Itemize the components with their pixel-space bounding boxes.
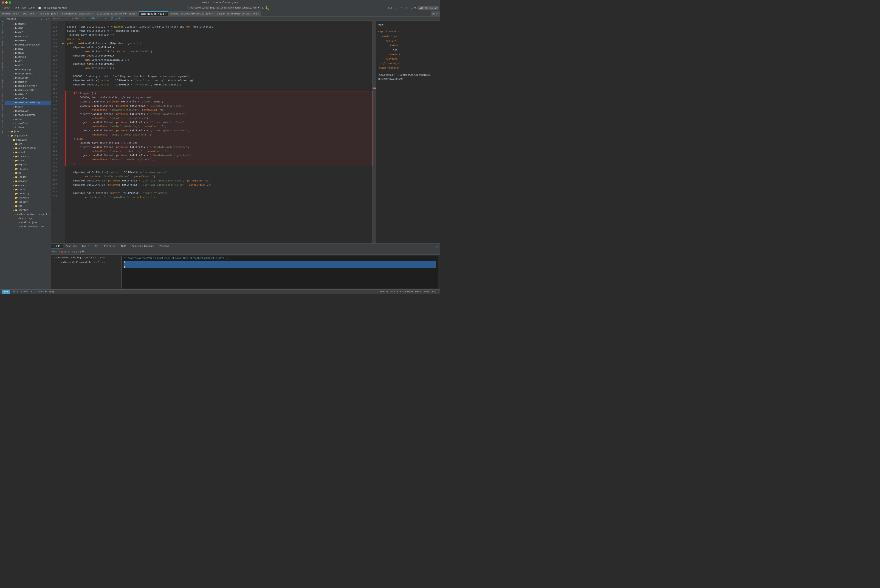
tree-item[interactable]: ☕TestBB <box>5 26 51 30</box>
toolbar-tomcat[interactable]: tomcat <box>1 6 12 10</box>
minimize-button[interactable] <box>5 2 7 4</box>
tree-item[interactable]: ☕TestLastIndex <box>5 72 51 76</box>
tree-item[interactable]: ☕Bootstrap <box>5 216 51 220</box>
tree-item[interactable]: ☕TestIC <box>5 63 51 68</box>
tree-item[interactable]: ☕TestOutputBuffer <box>5 84 51 88</box>
project-expand-icon[interactable]: ▤ <box>46 18 47 21</box>
tree-item[interactable]: ☕TestLanguage <box>5 68 51 72</box>
run-grid-btn[interactable]: ⊞ <box>80 250 81 254</box>
run-button[interactable]: ▶ <box>262 6 264 10</box>
tree-item[interactable]: ☕TestDerivedPackage <box>5 43 51 47</box>
tree-item[interactable]: ▸📂realm <box>5 188 51 192</box>
tree-item[interactable]: ▸📂connector <box>5 154 51 159</box>
status-debug[interactable]: Debug <box>415 291 422 293</box>
run-tab-todo[interactable]: TODO <box>118 244 129 249</box>
tree-item[interactable]: ▾📂startup <box>5 208 51 212</box>
tree-item[interactable]: ☕ZipTest <box>5 125 51 129</box>
run-up-btn[interactable]: ↑ <box>74 250 75 254</box>
project-settings-icon[interactable]: ⚙ <box>41 18 42 21</box>
notifications[interactable]: ▲19 ✗3 ⚠18 ▲4 <box>418 6 439 10</box>
status-run-label[interactable]: Run <box>2 290 10 294</box>
run-stop-btn[interactable]: ⏹ <box>61 250 64 254</box>
tree-item[interactable]: ☕TestEl3 <box>5 51 51 55</box>
tree-item[interactable]: ☕TestEl <box>5 47 51 51</box>
tree-item[interactable]: ▸📂manager <box>5 179 51 183</box>
run-list-btn[interactable]: ≡ <box>78 250 79 254</box>
tab-expectexception-close[interactable]: × <box>91 13 93 15</box>
tree-item[interactable]: ☕TestStandardHost <box>5 88 51 92</box>
run-play-btn[interactable]: ▶ <box>59 250 60 254</box>
run-panel-settings[interactable]: ⚙ <box>435 246 440 249</box>
run-tab-problems[interactable]: Problems <box>63 244 79 249</box>
tree-item[interactable]: ▸📂ant <box>5 142 51 146</box>
run-tab-git[interactable]: Git <box>92 244 102 249</box>
activity-iol[interactable]: IOL <box>1 130 4 135</box>
run-filter-btn[interactable]: ≡ <box>72 250 73 254</box>
tree-item[interactable]: ▸📂loader <box>5 175 51 179</box>
tab-webruleset[interactable]: WebRuleSet.java × <box>139 11 168 16</box>
tree-item[interactable]: ☕TestDate <box>5 39 51 43</box>
tab-webruleset-close[interactable]: × <box>165 13 166 15</box>
tree-item[interactable]: ☕Value <box>5 117 51 121</box>
run-tab-sequence[interactable]: Sequence Diagram <box>129 244 157 249</box>
tree-item[interactable]: ▸📂servlets <box>5 196 51 200</box>
tab-hashset-close[interactable]: × <box>57 13 58 15</box>
tree-item[interactable]: ☕TestLefcle <box>5 76 51 80</box>
tab-hashset[interactable]: HashSet.java × <box>38 11 60 16</box>
tree-item[interactable]: ▸📂javax <box>5 129 51 134</box>
tree-item[interactable]: ☕Authenticators.properties <box>5 212 51 216</box>
run-tab-profiler[interactable]: Profiler <box>102 244 118 249</box>
tree-item[interactable]: ☕ThirdValue <box>5 109 51 113</box>
status-event-log[interactable]: Event Log <box>424 291 436 293</box>
activity-codota[interactable]: Codota <box>1 103 4 112</box>
toolbar-classname[interactable]: 📄 TestWebXmlOrdering <box>37 6 68 10</box>
activity-json-parser[interactable]: Json Parser <box>1 78 4 92</box>
close-button[interactable] <box>2 2 4 4</box>
tree-item[interactable]: ☕TestI <box>5 59 51 63</box>
run-tab-run[interactable]: ▶ Run <box>51 244 63 249</box>
activity-project[interactable]: Project <box>1 18 4 27</box>
tab-set-close[interactable]: × <box>34 13 36 15</box>
tree-item[interactable]: ▸📂comet <box>5 150 51 154</box>
tree-item[interactable]: ☕TestUserDir <box>5 92 51 96</box>
test-item-child[interactable]: ✓ testOrderWebFragmentsRelati 31 ms <box>53 260 121 265</box>
activity-big-data-tools[interactable]: Big Data Tools <box>1 112 4 129</box>
toolbar-java[interactable]: java <box>12 6 20 10</box>
activity-pull-requests[interactable]: Pull Requests <box>1 61 4 77</box>
tab-blockjunit[interactable]: BlockJUnit4ClassRunner.class × <box>95 11 139 16</box>
test-item-root[interactable]: ✓ TestWebXmlOrdering (com.luban. 31 ms <box>53 256 121 260</box>
tree-item[interactable]: ☕TomcatSSLServer <box>5 113 51 117</box>
tree-item[interactable]: ☕Catalina.java <box>5 220 51 225</box>
tab-webxml-close[interactable]: × <box>18 13 19 15</box>
activity-learn[interactable]: Learn <box>1 48 4 55</box>
tree-item[interactable]: ☕TestContext <box>5 34 51 39</box>
toolbar-com[interactable]: com <box>21 6 27 10</box>
tree-item[interactable]: ▸📂mbeans <box>5 183 51 188</box>
tab-blockjunit-close[interactable]: × <box>136 13 137 15</box>
project-close-icon[interactable]: × <box>48 18 49 21</box>
tree-item[interactable]: ☕TestValve <box>5 96 51 100</box>
toolbar-luban[interactable]: luban <box>27 6 36 10</box>
tree-item[interactable]: ☕TestBase <box>5 22 51 26</box>
tree-item[interactable]: ▸📂security <box>5 192 51 196</box>
run-expand-btn[interactable]: ↔ <box>70 250 71 254</box>
tree-item[interactable]: ▸📂filters <box>5 167 51 171</box>
code-content[interactable]: *808080; font-style:italic;"> * @param d… <box>65 21 372 243</box>
tree-item[interactable]: ☕TestFind <box>5 55 51 59</box>
tab-deploy-test[interactable]: deploy/TestWebXmlOrdering.java × <box>168 11 215 16</box>
tab-expectexception[interactable]: ExpectException.class × <box>60 11 95 16</box>
run-search-btn[interactable]: 🔍 <box>82 250 85 254</box>
tree-item[interactable]: ☕WindowTest <box>5 121 51 125</box>
maximize-button[interactable] <box>9 2 11 4</box>
tree-item[interactable]: ☕TestWebXmlOrdering <box>5 100 51 105</box>
tab-deploy-test-close[interactable]: × <box>212 13 213 15</box>
tab-webxml[interactable]: WebXml.java × <box>0 11 21 16</box>
tree-item[interactable]: ☕CatalinaProperties <box>5 225 51 229</box>
run-sort-btn[interactable]: ⇅ <box>68 250 69 254</box>
tree-item[interactable]: ☕Testxx <box>5 105 51 109</box>
tree-item[interactable]: ▾📂catalina <box>5 138 51 142</box>
run-tab-build[interactable]: Build <box>79 244 92 249</box>
run-rerun-btn[interactable]: ↺ <box>64 250 66 254</box>
tree-item[interactable]: ▸📂ssi <box>5 204 51 208</box>
activity-structure[interactable]: Structure <box>1 28 4 39</box>
